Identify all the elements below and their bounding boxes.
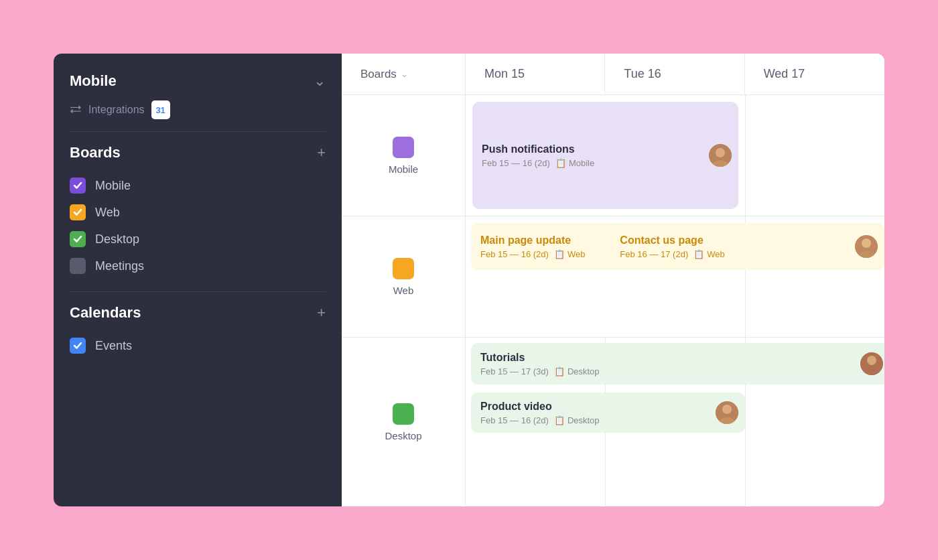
day-mon-label: Mon 15: [484, 67, 525, 80]
events-checkbox[interactable]: [70, 338, 86, 354]
boards-dropdown-cell[interactable]: Boards ⌄: [342, 54, 466, 94]
main-page-board: Web: [567, 249, 586, 259]
calendar-row-web: Web Main page update Feb 15 — 16 (2d) 📋 …: [342, 216, 884, 338]
tutorials-meta: Feb 15 — 17 (3d) 📋 Desktop: [480, 366, 880, 376]
contact-us-board: Web: [707, 249, 725, 259]
meetings-board-label: Meetings: [95, 259, 144, 273]
calendars-header: Calendars +: [70, 304, 326, 322]
sidebar-item-meetings[interactable]: Meetings: [70, 253, 326, 279]
web-checkbox[interactable]: [70, 204, 86, 220]
product-video-meta: Feb 15 — 16 (2d) 📋 Desktop: [480, 415, 736, 425]
tutorials-title: Tutorials: [480, 352, 880, 364]
google-calendar-badge[interactable]: 31: [151, 100, 170, 119]
calendars-title: Calendars: [70, 304, 141, 322]
integrations-row[interactable]: ⮂ Integrations 31: [70, 100, 326, 119]
svg-point-13: [722, 405, 732, 414]
push-notif-avatar: [709, 144, 732, 167]
integrations-label: Integrations: [88, 104, 145, 116]
push-notif-meta: Feb 15 — 16 (2d) 📋 Mobile: [482, 158, 729, 168]
svg-point-7: [862, 238, 871, 248]
contact-us-meta: Feb 16 — 17 (2d) 📋 Web: [620, 249, 875, 259]
product-video-date: Feb 15 — 16 (2d): [480, 415, 549, 425]
push-notifications-event[interactable]: Push notifications Feb 15 — 16 (2d) 📋 Mo…: [472, 102, 738, 209]
plug-icon: ⮂: [70, 103, 82, 117]
boards-header: Boards +: [70, 144, 326, 161]
product-video-event[interactable]: Product video Feb 15 — 16 (2d) 📋 Desktop: [471, 393, 745, 433]
push-notif-date: Feb 15 — 16 (2d): [482, 158, 550, 168]
calendar-main: Boards ⌄ Mon 15 Tue 16 Wed 17 Mobile: [342, 54, 884, 506]
boards-chevron-icon: ⌄: [401, 69, 408, 79]
mobile-wed-cell: [745, 95, 884, 216]
product-video-avatar: [716, 401, 738, 424]
mobile-color-box: [393, 137, 414, 158]
desktop-checkbox[interactable]: [70, 231, 86, 247]
desktop-row-label: Desktop: [342, 338, 466, 506]
contact-us-event[interactable]: Contact us page Feb 16 — 17 (2d) 📋 Web: [610, 223, 884, 270]
sidebar-item-web[interactable]: Web: [70, 199, 326, 226]
desktop-color-box: [393, 403, 414, 425]
contact-us-avatar: [855, 235, 878, 258]
add-board-button[interactable]: +: [317, 144, 326, 161]
project-header: Mobile ⌄: [70, 72, 326, 90]
svg-point-10: [867, 356, 876, 365]
tutorials-icon: 📋: [554, 366, 565, 376]
push-notif-cell: Push notifications Feb 15 — 16 (2d) 📋 Mo…: [466, 95, 745, 216]
day-wed-label: Wed 17: [764, 67, 805, 80]
add-calendar-button[interactable]: +: [317, 304, 326, 322]
product-video-title: Product video: [480, 401, 736, 413]
contact-us-title: Contact us page: [620, 234, 875, 247]
calendar-number: 31: [155, 105, 165, 115]
sidebar-item-events[interactable]: Events: [70, 332, 326, 359]
web-board-label: Web: [95, 206, 120, 220]
mobile-board-label: Mobile: [95, 179, 131, 193]
sidebar-item-desktop[interactable]: Desktop: [70, 226, 326, 253]
desktop-label-text: Desktop: [385, 430, 421, 441]
project-title: Mobile: [70, 72, 117, 90]
day-header-mon: Mon 15: [466, 54, 605, 94]
calendar-header: Boards ⌄ Mon 15 Tue 16 Wed 17: [342, 54, 884, 95]
calendar-row-mobile: Mobile Push notifications Feb 15 — 16 (2…: [342, 95, 884, 216]
web-row-label: Web: [342, 216, 466, 337]
push-notif-board: Mobile: [569, 158, 594, 168]
project-section: Mobile ⌄ ⮂ Integrations 31: [70, 72, 326, 132]
contact-us-date: Feb 16 — 17 (2d): [620, 249, 688, 259]
boards-title: Boards: [70, 144, 121, 161]
svg-point-1: [716, 148, 725, 157]
product-video-icon: 📋: [554, 415, 565, 425]
calendar-row-desktop: Desktop Tutorials Feb 15 — 17 (3d) 📋 Des…: [342, 338, 884, 506]
web-mon-cell: Main page update Feb 15 — 16 (2d) 📋 Web: [466, 216, 605, 337]
tutorials-event[interactable]: Tutorials Feb 15 — 17 (3d) 📋 Desktop: [471, 343, 884, 384]
mobile-row-label: Mobile: [342, 95, 466, 216]
boards-dropdown-label: Boards: [360, 68, 397, 81]
mobile-label-text: Mobile: [389, 163, 418, 175]
desktop-board-label: Desktop: [95, 232, 139, 247]
events-label: Events: [95, 339, 132, 353]
tutorials-date: Feb 15 — 17 (3d): [480, 366, 549, 376]
day-header-wed: Wed 17: [745, 54, 884, 94]
push-notif-board-icon: 📋: [555, 158, 566, 168]
web-label-text: Web: [393, 285, 414, 296]
main-page-icon: 📋: [554, 249, 565, 259]
sidebar: Mobile ⌄ ⮂ Integrations 31 Boards + M: [54, 54, 342, 506]
boards-section: Boards + Mobile Web Desktop: [70, 144, 326, 292]
meetings-checkbox[interactable]: [70, 258, 86, 274]
mobile-checkbox[interactable]: [70, 178, 86, 194]
day-header-tue: Tue 16: [605, 54, 744, 94]
web-color-box: [393, 258, 414, 279]
web-tue-cell: Contact us page Feb 16 — 17 (2d) 📋 Web: [605, 216, 744, 337]
tutorials-board: Desktop: [567, 366, 600, 376]
contact-us-icon: 📋: [693, 249, 704, 259]
day-tue-label: Tue 16: [624, 67, 661, 80]
sidebar-item-mobile[interactable]: Mobile: [70, 172, 326, 199]
push-notif-title: Push notifications: [482, 143, 729, 155]
calendars-section: Calendars + Events: [70, 304, 326, 359]
desktop-mon-cell: Tutorials Feb 15 — 17 (3d) 📋 Desktop: [466, 338, 605, 506]
main-page-date: Feb 15 — 16 (2d): [480, 249, 549, 259]
tutorials-avatar: [860, 352, 883, 375]
chevron-down-icon[interactable]: ⌄: [314, 72, 326, 90]
product-video-board: Desktop: [567, 415, 600, 425]
